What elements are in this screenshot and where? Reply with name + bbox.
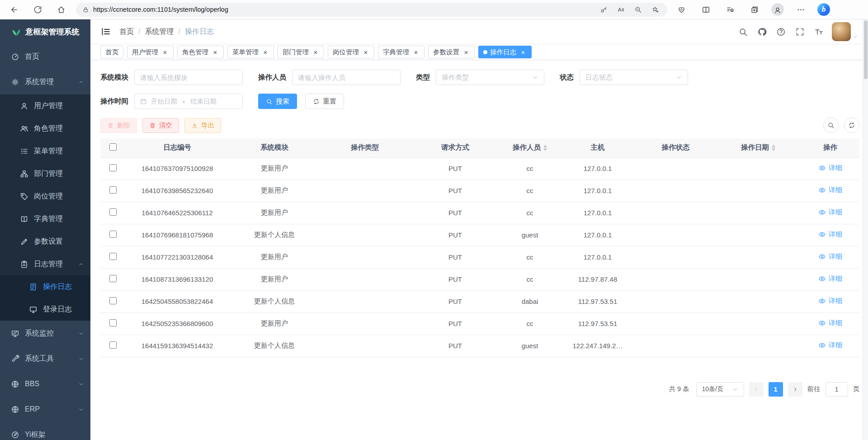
- close-icon[interactable]: ×: [412, 48, 420, 56]
- tab-dept[interactable]: 部门管理×: [278, 46, 324, 58]
- toggle-search-button[interactable]: [823, 118, 839, 133]
- url-bar[interactable]: https://ccnetcore.com:1101/system/log/op…: [76, 3, 667, 17]
- close-icon[interactable]: ×: [462, 48, 470, 56]
- github-icon[interactable]: [756, 26, 768, 38]
- sidebar-item-operlog[interactable]: 操作日志: [0, 275, 90, 298]
- detail-link[interactable]: 详细: [818, 274, 842, 283]
- hamburger-icon[interactable]: [100, 26, 111, 37]
- prev-page-button[interactable]: [749, 382, 764, 397]
- tab-menu[interactable]: 菜单管理×: [227, 46, 274, 58]
- close-icon[interactable]: ×: [212, 48, 219, 56]
- scrollbar[interactable]: [863, 19, 868, 440]
- sort-icon[interactable]: [772, 145, 775, 151]
- delete-button[interactable]: 删除: [100, 118, 137, 133]
- breadcrumb-item[interactable]: 首页: [119, 27, 134, 37]
- sidebar-item-yi[interactable]: Yi框架: [0, 422, 90, 440]
- date-range-input[interactable]: 开始日期 - 结束日期: [134, 94, 243, 109]
- operator-input[interactable]: [292, 70, 401, 85]
- detail-link[interactable]: 详细: [818, 230, 842, 239]
- more-icon[interactable]: [793, 2, 808, 17]
- clear-button[interactable]: 清空: [142, 118, 179, 133]
- sidebar-item-bbs[interactable]: BBS: [0, 371, 90, 397]
- select-all-checkbox[interactable]: [109, 143, 117, 151]
- goto-page-input[interactable]: [826, 382, 848, 397]
- sidebar-item-config[interactable]: 参数设置: [0, 230, 90, 253]
- sidebar-item-tool[interactable]: 系统工具: [0, 346, 90, 371]
- user-menu[interactable]: [832, 22, 858, 41]
- close-icon[interactable]: ×: [362, 48, 369, 56]
- fullscreen-icon[interactable]: [794, 26, 806, 38]
- sidebar-item-role[interactable]: 角色管理: [0, 117, 90, 140]
- star-plus-icon[interactable]: [649, 4, 661, 15]
- detail-link[interactable]: 详细: [818, 186, 842, 194]
- row-checkbox[interactable]: [109, 319, 117, 326]
- sidebar-item-erp[interactable]: ERP: [0, 397, 90, 422]
- detail-link[interactable]: 详细: [818, 341, 842, 350]
- tab-post[interactable]: 岗位管理×: [328, 46, 374, 58]
- search-icon[interactable]: [737, 26, 749, 38]
- refresh-table-button[interactable]: [844, 118, 859, 133]
- sidebar-item-dept[interactable]: 部门管理: [0, 162, 90, 185]
- sidebar-item-user[interactable]: 用户管理: [0, 95, 90, 117]
- favorites-icon[interactable]: [722, 2, 738, 17]
- sidebar-item-log[interactable]: 日志管理: [0, 253, 90, 275]
- row-checkbox[interactable]: [109, 253, 117, 260]
- breadcrumb-item[interactable]: 系统管理: [145, 27, 174, 37]
- detail-link[interactable]: 详细: [818, 208, 842, 217]
- detail-link[interactable]: 详细: [818, 297, 842, 305]
- tab-operlog[interactable]: 操作日志×: [478, 46, 532, 58]
- page-number-button[interactable]: 1: [769, 382, 783, 397]
- sidebar-item-system[interactable]: 系统管理: [0, 69, 90, 95]
- question-icon[interactable]: [775, 26, 787, 38]
- tab-config[interactable]: 参数设置×: [428, 46, 475, 58]
- status-select[interactable]: 日志状态: [580, 70, 688, 85]
- read-aloud-icon[interactable]: [615, 4, 627, 15]
- row-checkbox[interactable]: [109, 164, 117, 171]
- row-checkbox[interactable]: [109, 341, 117, 349]
- refresh-icon[interactable]: [30, 2, 45, 17]
- row-checkbox[interactable]: [109, 208, 117, 216]
- sidebar-item-menu[interactable]: 菜单管理: [0, 140, 90, 162]
- tab-home[interactable]: 首页: [100, 46, 123, 58]
- key-icon[interactable]: [598, 4, 609, 15]
- split-screen-icon[interactable]: [698, 2, 713, 17]
- type-select[interactable]: 操作类型: [436, 70, 544, 85]
- home-icon[interactable]: [53, 2, 69, 17]
- close-icon[interactable]: ×: [312, 48, 319, 56]
- page-size-select[interactable]: 10条/页: [696, 382, 744, 397]
- search-button[interactable]: 搜索: [258, 94, 297, 109]
- sort-icon[interactable]: [543, 145, 547, 151]
- next-page-button[interactable]: [788, 382, 802, 397]
- module-input[interactable]: [134, 70, 243, 85]
- row-checkbox[interactable]: [109, 186, 117, 194]
- zoom-out-icon[interactable]: [632, 4, 644, 15]
- text-size-icon[interactable]: [813, 26, 825, 38]
- sidebar-item-monitor[interactable]: 系统监控: [0, 321, 90, 346]
- essentials-icon[interactable]: [674, 2, 689, 17]
- sidebar-item-logininfor[interactable]: 登录日志: [0, 298, 90, 321]
- collections-icon[interactable]: [747, 2, 762, 17]
- row-checkbox[interactable]: [109, 275, 117, 282]
- user-avatar[interactable]: [832, 22, 851, 41]
- detail-link[interactable]: 详细: [818, 319, 842, 327]
- sidebar-item-post[interactable]: 岗位管理: [0, 185, 90, 208]
- close-icon[interactable]: ×: [519, 48, 527, 56]
- column-header-operator[interactable]: 操作人员: [500, 138, 559, 157]
- reset-button[interactable]: 重置: [305, 94, 344, 109]
- close-icon[interactable]: ×: [161, 48, 169, 56]
- column-header-date[interactable]: 操作日期: [715, 138, 801, 157]
- tab-user[interactable]: 用户管理×: [127, 46, 174, 58]
- detail-link[interactable]: 详细: [818, 164, 842, 172]
- scrollbar-thumb[interactable]: [864, 20, 868, 79]
- close-icon[interactable]: ×: [262, 48, 269, 56]
- arrow-left-icon[interactable]: [6, 2, 22, 17]
- sidebar-item-dict[interactable]: 字典管理: [0, 208, 90, 230]
- tab-role[interactable]: 角色管理×: [177, 46, 224, 58]
- tab-dict[interactable]: 字典管理×: [378, 46, 425, 58]
- row-checkbox[interactable]: [109, 297, 117, 304]
- sidebar-item-home[interactable]: 首页: [0, 44, 90, 69]
- copilot-icon[interactable]: b: [817, 3, 830, 16]
- row-checkbox[interactable]: [109, 231, 117, 238]
- export-button[interactable]: 导出: [184, 118, 221, 133]
- detail-link[interactable]: 详细: [818, 252, 842, 261]
